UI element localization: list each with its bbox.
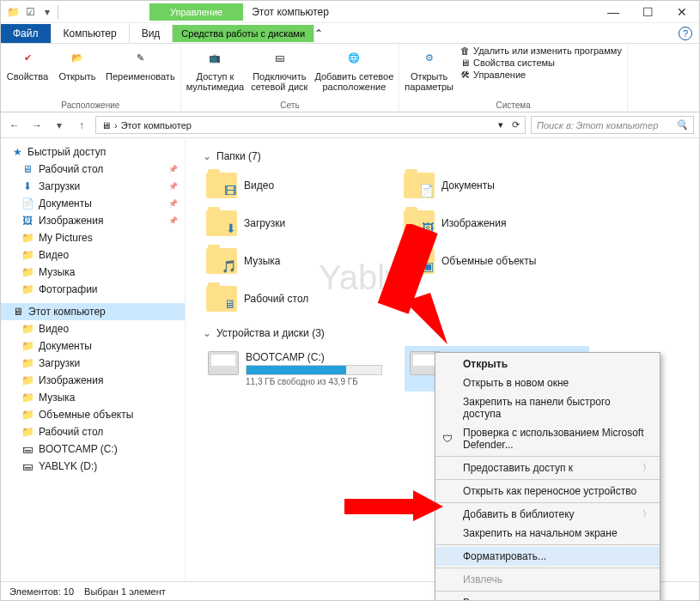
sidebar-videos[interactable]: 📁Видео	[1, 246, 185, 264]
address-field[interactable]: 🖥 › Этот компьютер ▾ ⟳	[95, 116, 526, 134]
document-icon: 📄	[419, 184, 434, 197]
sidebar-documents[interactable]: 📄Документы	[1, 195, 185, 212]
shield-icon: 🛡	[442, 433, 453, 445]
picture-icon: 📁	[21, 374, 33, 386]
ctx-give-access[interactable]: Предоставить доступ к〉	[435, 458, 660, 477]
folder-pictures[interactable]: 🖼Изображения	[400, 207, 581, 240]
drive-c[interactable]: BOOTCAMP (C:) 11,3 ГБ свободно из 43,9 Г…	[203, 346, 387, 392]
sidebar-quick-access[interactable]: ★Быстрый доступ	[1, 143, 185, 161]
sidebar-pictures[interactable]: 🖼Изображения	[1, 212, 185, 229]
document-icon: 📄	[21, 197, 33, 209]
ribbon: ✔Свойства 📂Открыть ✎Переименовать Распол…	[1, 44, 699, 112]
ctx-format[interactable]: Форматировать...	[435, 547, 660, 566]
group-drives-header[interactable]: ⌄Устройства и диски (3)	[203, 327, 682, 339]
refresh-icon[interactable]: ⟳	[512, 119, 520, 131]
ctx-open[interactable]: Открыть	[435, 355, 660, 373]
video-icon: 📁	[21, 323, 33, 335]
sidebar-documents-2[interactable]: 📁Документы	[1, 337, 185, 355]
quick-access-toolbar: 📁 ☑ ▾	[1, 5, 64, 19]
sidebar-music-2[interactable]: 📁Музыка	[1, 389, 185, 406]
music-icon: 📁	[21, 392, 33, 404]
video-icon: 📁	[21, 249, 33, 261]
nav-history-dropdown[interactable]: ▾	[51, 119, 68, 131]
tab-file[interactable]: Файл	[1, 24, 52, 43]
ribbon-properties[interactable]: ✔Свойства	[6, 46, 49, 82]
ribbon-add-netloc[interactable]: 🌐Добавить сетевое расположение	[314, 46, 393, 92]
settings-icon: ⚙	[417, 46, 441, 70]
sidebar-photos[interactable]: 📁Фотографии	[1, 281, 185, 298]
ribbon-manage[interactable]: 🛠Управление	[460, 70, 622, 80]
sidebar-music[interactable]: 📁Музыка	[1, 264, 185, 281]
ribbon-map-drive[interactable]: 🖴Подключить сетевой диск	[251, 46, 307, 92]
ribbon-open-settings[interactable]: ⚙Открыть параметры	[405, 46, 453, 92]
sidebar-pictures-2[interactable]: 📁Изображения	[1, 372, 185, 389]
ctx-open-portable[interactable]: Открыть как переносное устройство	[435, 482, 660, 501]
ribbon-group-network: 📺Доступ к мультимедиа 🖴Подключить сетево…	[181, 44, 400, 112]
tab-drive-tools[interactable]: Средства работы с дисками	[173, 25, 314, 42]
pc-icon: 🖥	[13, 306, 23, 318]
folder-open-icon: 📂	[65, 46, 89, 70]
desktop-icon: 📁	[21, 426, 33, 438]
media-icon: 📺	[203, 46, 227, 70]
ribbon-group-label: Система	[496, 100, 530, 110]
status-selection: Выбран 1 элемент	[84, 586, 166, 597]
folder-videos[interactable]: 🎞Видео	[203, 169, 383, 202]
ribbon-sys-props[interactable]: 🖥Свойства системы	[460, 58, 622, 68]
desktop-icon: 🖥	[224, 297, 236, 311]
folder-downloads[interactable]: ⬇Загрузки	[203, 207, 383, 240]
ribbon-uninstall[interactable]: 🗑Удалить или изменить программу	[460, 46, 622, 56]
ctx-open-new-window[interactable]: Открыть в новом окне	[435, 373, 660, 392]
ctx-eject[interactable]: Извлечь	[435, 570, 660, 589]
group-folders-header[interactable]: ⌄Папки (7)	[203, 150, 682, 162]
folder-3d-objects[interactable]: ▣Объемные объекты	[400, 245, 581, 277]
nav-up-button[interactable]: ↑	[73, 119, 90, 131]
ribbon-rename[interactable]: ✎Переименовать	[106, 46, 175, 82]
ctx-add-library[interactable]: Добавить в библиотеку〉	[435, 505, 660, 524]
folder-music[interactable]: 🎵Музыка	[203, 245, 383, 277]
manage-icon: 🛠	[460, 70, 470, 80]
sidebar-desktop-2[interactable]: 📁Рабочий стол	[1, 423, 185, 440]
folder-desktop[interactable]: 🖥Рабочий стол	[203, 282, 383, 315]
help-icon[interactable]: ?	[679, 27, 692, 40]
ctx-cut[interactable]: Вырезать	[435, 593, 660, 601]
search-input[interactable]: Поиск в: Этот компьютер 🔍	[531, 116, 694, 134]
pc-icon: 🖥	[101, 120, 111, 131]
cube-icon: ▣	[423, 259, 434, 273]
sidebar-3d-objects[interactable]: 📁Объемные объекты	[1, 406, 185, 423]
collapse-ribbon-icon[interactable]: ⌃	[314, 27, 323, 39]
sidebar-videos-2[interactable]: 📁Видео	[1, 320, 185, 337]
checkbox-icon[interactable]: ☑	[23, 5, 37, 19]
chevron-down-icon: ⌄	[203, 150, 211, 162]
ctx-pin-start[interactable]: Закрепить на начальном экране	[435, 524, 660, 543]
sidebar-downloads-2[interactable]: 📁Загрузки	[1, 355, 185, 372]
ctx-pin-quick-access[interactable]: Закрепить на панели быстрого доступа	[435, 392, 660, 423]
ribbon-group-system: ⚙Открыть параметры 🗑Удалить или изменить…	[399, 44, 628, 112]
nav-forward-button[interactable]: →	[28, 119, 46, 131]
sidebar-my-pictures[interactable]: 📁My Pictures	[1, 229, 185, 246]
music-icon: 🎵	[222, 259, 236, 273]
photo-icon: 📁	[21, 283, 33, 295]
ribbon-group-label: Расположение	[61, 100, 119, 110]
manage-context-tab[interactable]: Управление	[149, 3, 243, 21]
tab-computer[interactable]: Компьютер	[52, 24, 130, 43]
ribbon-open[interactable]: 📂Открыть	[56, 46, 99, 82]
ribbon-group-location: ✔Свойства 📂Открыть ✎Переименовать Распол…	[1, 44, 181, 112]
dropdown-icon[interactable]: ▾	[40, 5, 54, 19]
picture-icon: 🖼	[21, 215, 33, 227]
sidebar-drive-d[interactable]: 🖴YABLYK (D:)	[1, 458, 185, 475]
maximize-button[interactable]: ☐	[630, 1, 665, 23]
navigation-pane[interactable]: ★Быстрый доступ 🖥Рабочий стол ⬇Загрузки …	[1, 138, 186, 581]
ribbon-media-access[interactable]: 📺Доступ к мультимедиа	[186, 46, 245, 92]
folder-documents[interactable]: 📄Документы	[400, 169, 581, 202]
sidebar-drive-c[interactable]: 🖴BOOTCAMP (C:)	[1, 440, 185, 458]
ctx-defender-scan[interactable]: 🛡Проверка с использованием Microsoft Def…	[435, 423, 660, 454]
drive-icon	[208, 351, 239, 375]
minimize-button[interactable]: —	[596, 1, 630, 23]
sidebar-desktop[interactable]: 🖥Рабочий стол	[1, 161, 185, 178]
sidebar-downloads[interactable]: ⬇Загрузки	[1, 178, 185, 195]
close-button[interactable]: ✕	[665, 1, 699, 23]
tab-view[interactable]: Вид	[130, 24, 173, 43]
sidebar-this-pc[interactable]: 🖥Этот компьютер	[1, 303, 185, 320]
nav-back-button[interactable]: ←	[6, 119, 23, 131]
folder-icon: 📁	[21, 232, 33, 244]
